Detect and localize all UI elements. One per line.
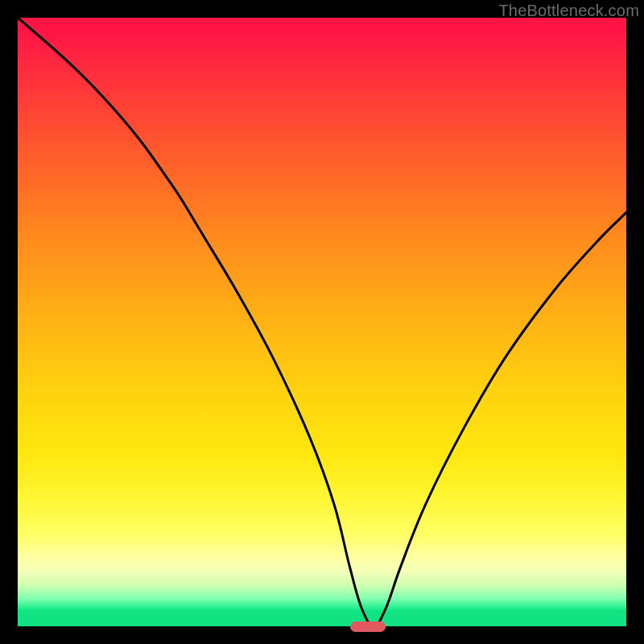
watermark-text: TheBottleneck.com [498,2,639,20]
bottleneck-curve-path [18,18,626,626]
optimal-point-marker [350,621,386,632]
chart-svg [18,18,626,626]
outer-frame: TheBottleneck.com [0,0,644,644]
